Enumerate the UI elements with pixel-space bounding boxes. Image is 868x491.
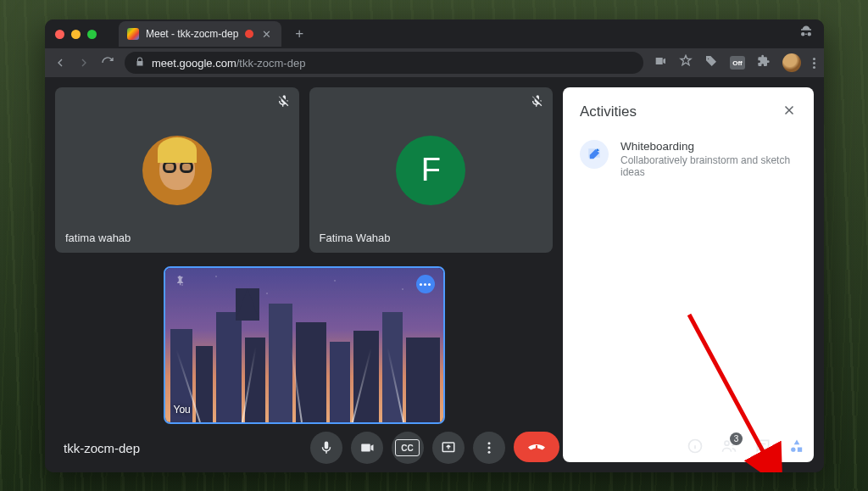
self-label: You (174, 404, 191, 416)
whiteboard-icon (580, 140, 609, 169)
activity-title: Whiteboarding (620, 140, 797, 153)
participant-tile[interactable]: F Fatima Wahab (309, 87, 554, 253)
meeting-info-button[interactable] (687, 438, 704, 458)
activities-button[interactable] (788, 438, 805, 458)
meet-favicon-icon (127, 28, 139, 40)
browser-window: Meet - tkk-zocm-dep ✕ + meet.google.com/… (45, 20, 824, 472)
reload-button[interactable] (101, 56, 114, 70)
captions-button[interactable]: CC (392, 432, 424, 464)
participant-name: Fatima Wahab (320, 232, 391, 244)
pin-icon (174, 275, 186, 290)
people-button[interactable]: 3 (721, 438, 737, 458)
more-options-button[interactable] (473, 432, 505, 464)
off-extension-icon[interactable]: Off (730, 56, 745, 70)
bookmark-star-icon[interactable] (679, 54, 693, 71)
window-close-button[interactable] (55, 30, 64, 39)
forward-button[interactable] (77, 56, 91, 70)
browser-toolbar: meet.google.com/tkk-zocm-dep Off (45, 48, 824, 77)
svg-point-2 (487, 447, 490, 449)
url-path: /tkk-zocm-dep (236, 57, 306, 70)
incognito-icon (798, 25, 814, 43)
browser-menu-button[interactable] (813, 58, 815, 69)
svg-rect-7 (798, 448, 802, 452)
lock-icon (135, 57, 145, 70)
people-count-badge: 3 (730, 432, 743, 445)
svg-point-6 (791, 448, 795, 452)
svg-point-1 (487, 442, 490, 444)
tag-extension-icon[interactable] (704, 54, 718, 71)
browser-tab[interactable]: Meet - tkk-zocm-dep ✕ (119, 21, 281, 47)
hang-up-button[interactable] (514, 432, 559, 462)
window-maximize-button[interactable] (87, 30, 97, 39)
self-tile-more-button[interactable] (416, 275, 435, 293)
tab-strip: Meet - tkk-zocm-dep ✕ + (45, 20, 824, 48)
recording-indicator-icon (245, 30, 253, 38)
activity-whiteboarding[interactable]: Whiteboarding Collaboratively brainstorm… (580, 140, 797, 178)
bottom-bar: tkk-zocm-dep CC 3 (45, 423, 824, 472)
address-bar[interactable]: meet.google.com/tkk-zocm-dep (125, 52, 643, 74)
participant-tile[interactable]: fatima wahab (55, 87, 299, 253)
muted-mic-icon (277, 94, 291, 111)
meet-content: fatima wahab F Fatima Wahab (45, 77, 824, 472)
svg-point-5 (725, 441, 729, 445)
extensions-puzzle-icon[interactable] (757, 54, 771, 71)
activities-panel: Activities Whiteboarding Collaboratively… (563, 87, 814, 462)
panel-close-button[interactable] (782, 103, 797, 121)
present-screen-button[interactable] (432, 432, 465, 464)
microphone-button[interactable] (310, 432, 342, 464)
svg-point-3 (487, 451, 490, 454)
url-host: meet.google.com (152, 57, 236, 70)
profile-avatar[interactable] (782, 53, 801, 72)
tab-close-button[interactable]: ✕ (260, 29, 273, 40)
participant-avatar-letter: F (396, 136, 465, 205)
panel-title: Activities (580, 103, 637, 120)
camera-button[interactable] (351, 432, 383, 464)
self-video-tile[interactable]: You (164, 266, 445, 424)
chat-button[interactable] (754, 438, 771, 458)
meeting-id-label: tkk-zocm-dep (64, 441, 140, 455)
participant-avatar-photo (142, 136, 212, 205)
back-button[interactable] (53, 56, 67, 70)
activity-description: Collaboratively brainstorm and sketch id… (620, 154, 797, 178)
muted-mic-icon (531, 94, 544, 111)
window-minimize-button[interactable] (71, 30, 81, 39)
tab-title: Meet - tkk-zocm-dep (146, 28, 238, 40)
participant-name: fatima wahab (65, 232, 131, 244)
new-tab-button[interactable]: + (288, 25, 310, 42)
camera-extension-icon[interactable] (654, 54, 667, 71)
